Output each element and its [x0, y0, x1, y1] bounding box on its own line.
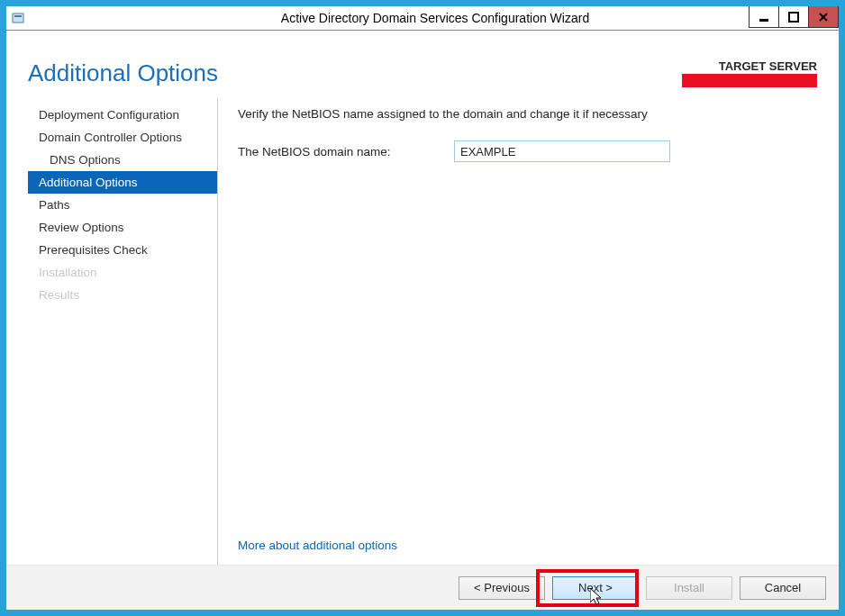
svg-rect-1 — [14, 15, 22, 17]
next-button[interactable]: Next > — [552, 576, 639, 600]
spacer — [238, 162, 801, 539]
window-controls — [750, 6, 839, 30]
main-pane: Verify the NetBIOS name assigned to the … — [218, 98, 817, 565]
sidebar-item-results: Results — [28, 284, 217, 306]
netbios-label: The NetBIOS domain name: — [238, 145, 445, 159]
sidebar-item-installation: Installation — [28, 261, 217, 284]
sidebar-item-dns-options[interactable]: DNS Options — [28, 149, 217, 171]
minimize-button[interactable] — [749, 6, 779, 28]
wizard-window: Active Directory Domain Services Configu… — [0, 0, 845, 616]
target-server-label: TARGET SERVER — [682, 59, 817, 73]
svg-rect-3 — [789, 13, 798, 22]
close-button[interactable] — [808, 6, 839, 28]
instruction-text: Verify the NetBIOS name assigned to the … — [238, 107, 801, 121]
page-title: Additional Options — [28, 59, 218, 87]
sidebar-item-domain-controller-options[interactable]: Domain Controller Options — [28, 126, 217, 149]
install-button[interactable]: Install — [646, 576, 732, 600]
sidebar-item-paths[interactable]: Paths — [28, 194, 217, 216]
window-title: Active Directory Domain Services Configu… — [32, 11, 839, 25]
target-server-redacted — [682, 74, 817, 87]
maximize-button[interactable] — [778, 6, 809, 28]
previous-button[interactable]: < Previous — [459, 576, 545, 600]
netbios-input[interactable] — [454, 140, 670, 162]
content-area: Deployment ConfigurationDomain Controlle… — [6, 98, 839, 565]
sidebar-item-prerequisites-check[interactable]: Prerequisites Check — [28, 239, 217, 261]
netbios-row: The NetBIOS domain name: — [238, 140, 801, 162]
svg-rect-2 — [759, 19, 768, 22]
titlebar: Active Directory Domain Services Configu… — [6, 6, 839, 31]
app-icon — [10, 9, 28, 27]
sidebar-item-deployment-configuration[interactable]: Deployment Configuration — [28, 104, 217, 126]
sidebar-nav: Deployment ConfigurationDomain Controlle… — [28, 98, 218, 565]
sidebar-item-review-options[interactable]: Review Options — [28, 216, 217, 239]
cancel-button[interactable]: Cancel — [740, 576, 826, 600]
sidebar-item-additional-options[interactable]: Additional Options — [28, 171, 217, 194]
header-area: Additional Options TARGET SERVER — [6, 31, 839, 98]
svg-rect-0 — [13, 14, 23, 23]
more-about-link[interactable]: More about additional options — [238, 539, 801, 552]
footer-buttons: < Previous Next > Install Cancel — [6, 565, 839, 610]
target-server-block: TARGET SERVER — [682, 59, 817, 87]
